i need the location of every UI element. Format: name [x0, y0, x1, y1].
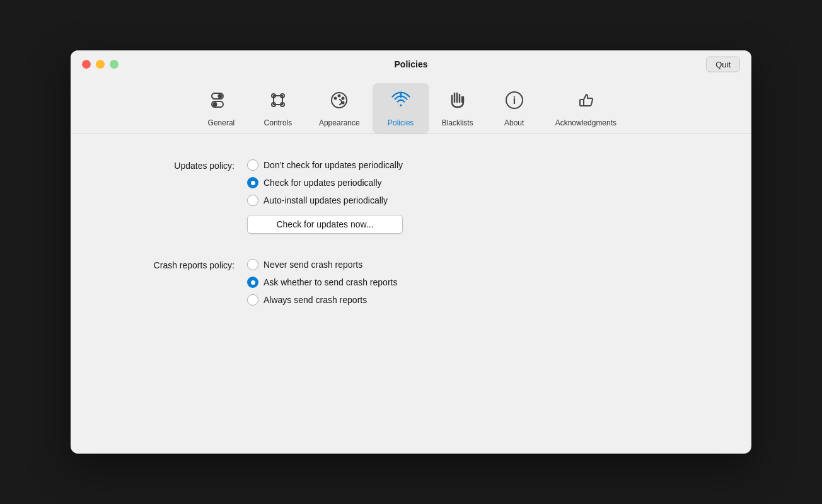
tab-controls[interactable]: Controls — [250, 83, 306, 134]
tab-about-label: About — [504, 118, 524, 127]
titlebar: Policies Quit — [71, 50, 751, 78]
updates-check-periodic-option[interactable]: Check for updates periodically — [247, 177, 403, 188]
svg-point-8 — [342, 97, 345, 100]
crash-never-send-label: Never send crash reports — [263, 260, 362, 270]
about-icon: i — [502, 88, 526, 116]
quit-button[interactable]: Quit — [706, 57, 740, 72]
svg-point-7 — [338, 94, 341, 98]
policies-icon — [389, 88, 413, 116]
controls-icon — [266, 88, 290, 116]
close-button[interactable] — [82, 60, 91, 69]
window-title: Policies — [395, 59, 428, 69]
appearance-icon — [327, 88, 351, 116]
updates-check-periodic-label: Check for updates periodically — [263, 178, 382, 188]
updates-auto-install-option[interactable]: Auto-install updates periodically — [247, 195, 403, 206]
updates-policy-section: Updates policy: Don’t check for updates … — [108, 159, 714, 234]
tab-appearance-label: Appearance — [319, 118, 360, 127]
general-icon — [209, 88, 233, 116]
tab-general-label: General — [208, 118, 235, 127]
crash-always-send-option[interactable]: Always send crash reports — [247, 294, 397, 306]
crash-never-send-option[interactable]: Never send crash reports — [247, 259, 397, 270]
crash-always-send-label: Always send crash reports — [263, 295, 367, 305]
updates-auto-install-label: Auto-install updates periodically — [263, 195, 388, 205]
updates-auto-install-radio[interactable] — [247, 195, 258, 206]
blacklists-icon — [446, 88, 470, 116]
tab-acknowledgments[interactable]: Acknowledgments — [543, 83, 629, 134]
updates-no-check-radio[interactable] — [247, 159, 258, 171]
tab-blacklists-label: Blacklists — [442, 118, 473, 127]
traffic-lights — [82, 60, 119, 69]
tab-appearance[interactable]: Appearance — [306, 83, 373, 134]
crash-policy-label: Crash reports policy: — [108, 259, 234, 270]
svg-point-10 — [400, 105, 402, 106]
crash-ask-send-label: Ask whether to send crash reports — [263, 277, 397, 287]
tab-policies-label: Policies — [388, 118, 414, 127]
minimize-button[interactable] — [96, 60, 105, 69]
svg-text:i: i — [512, 95, 515, 106]
svg-point-3 — [212, 102, 217, 106]
tab-policies[interactable]: Policies — [373, 83, 429, 134]
crash-always-send-radio[interactable] — [247, 294, 258, 306]
crash-policy-section: Crash reports policy: Never send crash r… — [108, 259, 714, 306]
tab-blacklists[interactable]: Blacklists — [429, 83, 486, 134]
updates-policy-label: Updates policy: — [108, 159, 234, 171]
acknowledgments-icon — [574, 88, 598, 116]
updates-check-periodic-radio[interactable] — [247, 177, 258, 188]
tab-about[interactable]: i About — [486, 83, 543, 134]
svg-point-1 — [217, 94, 222, 98]
crash-policy-options: Never send crash reports Ask whether to … — [247, 259, 397, 306]
main-window: Policies Quit General — [71, 50, 751, 454]
tab-controls-label: Controls — [264, 118, 292, 127]
toolbar: General Controls — [71, 78, 751, 134]
updates-no-check-label: Don’t check for updates periodically — [263, 160, 403, 170]
crash-ask-send-radio[interactable] — [247, 277, 258, 288]
updates-no-check-option[interactable]: Don’t check for updates periodically — [247, 159, 403, 171]
tab-general[interactable]: General — [193, 83, 250, 134]
svg-rect-14 — [580, 100, 584, 106]
updates-policy-options: Don’t check for updates periodically Che… — [247, 159, 403, 234]
svg-point-6 — [334, 97, 337, 100]
tab-acknowledgments-label: Acknowledgments — [555, 118, 616, 127]
content-area: Updates policy: Don’t check for updates … — [71, 134, 751, 356]
maximize-button[interactable] — [110, 60, 119, 69]
crash-never-send-radio[interactable] — [247, 259, 258, 270]
crash-ask-send-option[interactable]: Ask whether to send crash reports — [247, 277, 397, 288]
check-updates-now-button[interactable]: Check for updates now... — [247, 215, 403, 234]
